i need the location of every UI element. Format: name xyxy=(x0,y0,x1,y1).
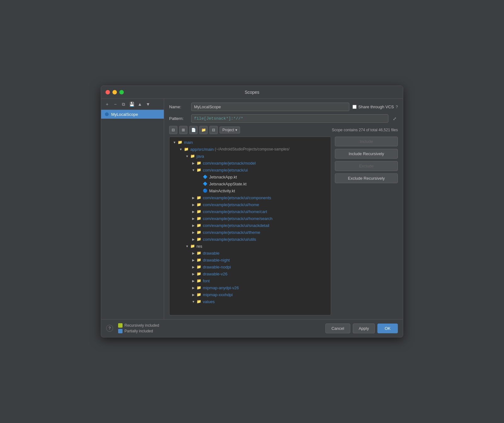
tree-item-app-src-main[interactable]: ▼ 📁 app/src/main (~/AndroidStudioProject… xyxy=(171,146,329,153)
tree-arrow-model: ▶ xyxy=(191,161,196,165)
include-button[interactable]: Include xyxy=(335,137,398,146)
name-row: Name: Share through VCS ? xyxy=(169,103,398,111)
tree-item-theme[interactable]: ▶ 📁 com/example/jetsnack/ui/theme xyxy=(171,229,329,236)
expand-all-button[interactable]: ⊞ xyxy=(179,126,187,134)
folder-mipmap-xxxhdpi-icon: 📁 xyxy=(196,292,202,297)
sidebar: + − ⧉ 💾 ▲ ▼ MyLocalScope xyxy=(101,99,164,319)
tree-label-font: font xyxy=(203,279,210,283)
tree-label-cart: com/example/jetsnack/ui/home/cart xyxy=(203,209,267,214)
window-controls xyxy=(106,90,124,94)
tree-label-home: com/example/jetsnack/ui/home xyxy=(203,202,259,207)
folder-res-icon: 📁 xyxy=(190,243,195,249)
tree-arrow-mipmap-xxxhdpi: ▶ xyxy=(191,293,196,296)
file-view-button[interactable]: 📄 xyxy=(189,126,198,134)
tree-label-components: com/example/jetsnack/ui/components xyxy=(203,195,271,200)
package-view-button[interactable]: 📁 xyxy=(199,126,208,134)
tree-arrow-values: ▼ xyxy=(191,300,196,303)
file-jetsnackapp-icon: 🔷 xyxy=(202,174,208,180)
tree-item-drawable-night[interactable]: ▶ 📁 drawable-night xyxy=(171,257,329,263)
tree-item-mipmap-anydpi[interactable]: ▶ 📁 mipmap-anydpi-v26 xyxy=(171,284,329,291)
ok-button[interactable]: OK xyxy=(377,324,398,333)
tree-item-mipmap-xxxhdpi[interactable]: ▶ 📁 mipmap-xxxhdpi xyxy=(171,291,329,298)
tree-item-mainactivity[interactable]: ▶ 🔵 MainActivity.kt xyxy=(171,187,329,194)
tree-label-drawable-v26: drawable-v26 xyxy=(203,272,227,276)
tree-arrow-home: ▶ xyxy=(191,203,196,206)
exclude-recursively-button[interactable]: Exclude Recursively xyxy=(335,173,398,183)
collapse-all-button[interactable]: ⊟ xyxy=(169,126,177,134)
tree-item-jetsnackappstate[interactable]: ▶ 🔷 JetsnackAppState.kt xyxy=(171,180,329,187)
remove-scope-button[interactable]: − xyxy=(112,101,119,108)
tree-item-java[interactable]: ▼ 📁 java xyxy=(171,153,329,160)
folder-drawable-v26-icon: 📁 xyxy=(196,271,202,277)
share-vcs-checkbox[interactable] xyxy=(352,105,357,109)
tree-item-font[interactable]: ▶ 📁 font xyxy=(171,277,329,284)
maximize-button[interactable] xyxy=(119,90,124,94)
tree-arrow-drawable: ▶ xyxy=(191,251,196,255)
tree-item-snackdetail[interactable]: ▶ 📁 com/example/jetsnack/ui/snackdetail xyxy=(171,222,329,229)
move-up-button[interactable]: ▲ xyxy=(136,101,143,108)
folder-drawable-nodpi-icon: 📁 xyxy=(196,264,202,270)
save-scope-button[interactable]: 💾 xyxy=(128,101,135,108)
scope-item-label: MyLocalScope xyxy=(111,112,138,117)
tree-item-values[interactable]: ▼ 📁 values xyxy=(171,298,329,305)
tree-item-drawable-nodpi[interactable]: ▶ 📁 drawable-nodpi xyxy=(171,263,329,270)
tree-arrow-mipmap-anydpi: ▶ xyxy=(191,286,196,290)
tree-item-cart[interactable]: ▶ 📁 com/example/jetsnack/ui/home/cart xyxy=(171,208,329,215)
folder-ui-icon: 📁 xyxy=(196,167,202,173)
tree-item-utils[interactable]: ▶ 📁 com/example/jetsnack/ui/utils xyxy=(171,236,329,243)
tree-item-drawable-v26[interactable]: ▶ 📁 drawable-v26 xyxy=(171,270,329,277)
footer-buttons: Cancel Apply OK xyxy=(325,324,398,333)
folder-snackdetail-icon: 📁 xyxy=(196,223,202,228)
project-dropdown[interactable]: Project ▾ xyxy=(220,127,240,133)
title-bar: Scopes xyxy=(101,86,403,99)
include-recursively-button[interactable]: Include Recursively xyxy=(335,149,398,159)
scope-item-mylocalscope[interactable]: MyLocalScope xyxy=(101,110,164,119)
folder-main-icon: 📁 xyxy=(177,139,183,145)
pattern-input[interactable] xyxy=(191,114,388,123)
tree-label-mainactivity: MainActivity.kt xyxy=(209,189,235,193)
tree-arrow-cart: ▶ xyxy=(191,210,196,213)
tree-label-model: com/example/jetsnack/model xyxy=(203,161,256,166)
dropdown-arrow-icon: ▾ xyxy=(235,128,237,132)
dialog-footer: ? Recursively included Partially include… xyxy=(101,319,403,337)
filter-button[interactable]: ⊟ xyxy=(209,126,218,134)
help-button[interactable]: ? xyxy=(106,325,113,332)
tree-item-search[interactable]: ▶ 📁 com/example/jetsnack/ui/home/search xyxy=(171,215,329,222)
tree-label-ui: com/example/jetsnack/ui xyxy=(203,168,248,172)
exclude-button[interactable]: Exclude xyxy=(335,161,398,171)
share-checkbox-row: Share through VCS ? xyxy=(352,104,398,109)
tree-item-jetsnackapp[interactable]: ▶ 🔷 JetsnackApp.kt xyxy=(171,173,329,180)
folder-font-icon: 📁 xyxy=(196,278,202,284)
dialog-body: + − ⧉ 💾 ▲ ▼ MyLocalScope Name: Share thr… xyxy=(101,99,403,319)
legend-color-recursive xyxy=(118,323,123,328)
folder-drawable-icon: 📁 xyxy=(196,250,202,256)
name-input[interactable] xyxy=(191,103,349,111)
tree-item-ui[interactable]: ▼ 📁 com/example/jetsnack/ui xyxy=(171,166,329,173)
move-down-button[interactable]: ▼ xyxy=(145,101,152,108)
file-tree[interactable]: ▼ 📁 main ▼ 📁 app/src/main (~/AndroidStud… xyxy=(169,137,331,315)
folder-components-icon: 📁 xyxy=(196,195,202,200)
tree-item-components[interactable]: ▶ 📁 com/example/jetsnack/ui/components xyxy=(171,194,329,201)
copy-scope-button[interactable]: ⧉ xyxy=(120,101,127,108)
folder-java-icon: 📁 xyxy=(190,153,195,159)
tree-item-home[interactable]: ▶ 📁 com/example/jetsnack/ui/home xyxy=(171,201,329,208)
cancel-button[interactable]: Cancel xyxy=(325,324,350,333)
folder-theme-icon: 📁 xyxy=(196,229,202,235)
expand-pattern-button[interactable]: ⤢ xyxy=(392,115,398,122)
tree-item-res[interactable]: ▼ 📁 res xyxy=(171,243,329,250)
apply-button[interactable]: Apply xyxy=(353,324,375,333)
add-scope-button[interactable]: + xyxy=(104,101,111,108)
tree-item-model[interactable]: ▶ 📁 com/example/jetsnack/model xyxy=(171,160,329,166)
close-button[interactable] xyxy=(106,90,110,94)
tree-label-mipmap-xxxhdpi: mipmap-xxxhdpi xyxy=(203,292,233,297)
tree-arrow-drawable-v26: ▶ xyxy=(191,272,196,276)
tree-item-main[interactable]: ▼ 📁 main xyxy=(171,139,329,146)
tree-arrow-ui: ▼ xyxy=(191,168,196,172)
file-mainactivity-icon: 🔵 xyxy=(202,188,208,194)
tree-arrow-app: ▼ xyxy=(178,148,183,151)
tree-item-drawable[interactable]: ▶ 📁 drawable xyxy=(171,250,329,257)
tree-arrow-main: ▼ xyxy=(172,141,177,144)
minimize-button[interactable] xyxy=(112,90,117,94)
help-icon[interactable]: ? xyxy=(396,105,398,109)
tree-arrow-utils: ▶ xyxy=(191,238,196,241)
